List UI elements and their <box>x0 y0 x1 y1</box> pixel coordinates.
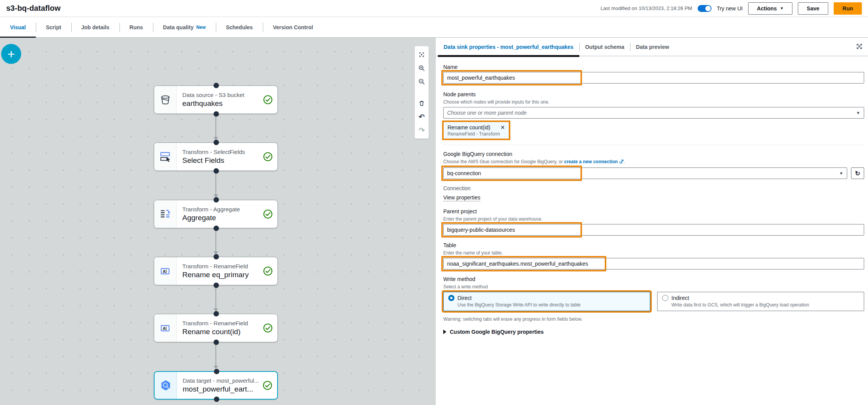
chevron-down-icon: ▼ <box>856 110 860 115</box>
bigquery-connection-select[interactable]: bq-connection ▼ <box>443 167 847 179</box>
node-data-source-s3[interactable]: Data source - S3 bucket earthquakes <box>154 85 278 114</box>
bigquery-icon <box>160 379 172 392</box>
try-new-ui-toggle[interactable] <box>698 5 712 12</box>
expand-panel-icon[interactable] <box>856 43 863 50</box>
zoom-out-icon[interactable] <box>416 76 427 87</box>
node-input-port <box>214 197 219 202</box>
edge-connector <box>215 171 216 197</box>
node-output-port <box>214 283 219 288</box>
node-parents-select[interactable]: Choose one or more parent node ▼ <box>443 107 864 119</box>
remove-parent-icon[interactable]: ✕ <box>500 124 505 131</box>
fit-view-icon[interactable] <box>416 49 427 60</box>
visual-graph-canvas[interactable]: + ↶ ↷ <box>0 38 435 405</box>
node-type-label: Data target - most_powerful... <box>183 377 262 384</box>
view-properties-link[interactable]: View properties <box>443 194 480 201</box>
tab-label: Script <box>46 24 61 30</box>
node-output-port <box>214 226 219 231</box>
rename-field-icon: A <box>160 322 171 334</box>
node-name-label: earthquakes <box>182 99 263 108</box>
name-input[interactable]: most_powerful_earthquakes <box>443 72 864 84</box>
tab-job-details[interactable]: Job details <box>71 17 119 37</box>
svg-text:A: A <box>163 326 166 331</box>
add-node-button[interactable]: + <box>1 44 21 64</box>
delete-node-icon[interactable] <box>416 98 427 109</box>
redo-icon[interactable]: ↷ <box>416 125 427 136</box>
tab-output-schema[interactable]: Output schema <box>579 38 630 56</box>
select-fields-icon <box>160 151 171 162</box>
node-rename-count-id[interactable]: A Transform - RenameField Rename count(i… <box>154 314 278 342</box>
success-check-icon <box>262 380 273 390</box>
success-check-icon <box>263 266 273 276</box>
tab-runs[interactable]: Runs <box>119 17 153 37</box>
parent-project-input[interactable]: bigquery-public-datasources <box>443 224 864 236</box>
new-badge: New <box>196 25 206 30</box>
node-icon-box <box>154 86 177 114</box>
option-description: Use the BigQuery Storage Write API to wr… <box>458 302 645 308</box>
node-output-port <box>214 111 219 117</box>
bigquery-connection-label: Google BigQuery connection <box>443 151 864 157</box>
aggregate-icon <box>160 208 171 220</box>
tab-schedules[interactable]: Schedules <box>216 17 263 37</box>
node-select-fields[interactable]: Transform - SelectFields Select Fields <box>154 142 278 171</box>
node-output-port <box>214 168 219 174</box>
run-button[interactable]: Run <box>834 2 862 15</box>
node-data-target-bigquery[interactable]: Data target - most_powerful... most_powe… <box>154 371 278 400</box>
rename-field-icon: A <box>160 265 171 277</box>
node-input-port <box>214 311 219 316</box>
tab-label: Version Control <box>273 24 313 30</box>
panel-tab-label: Data sink properties - most_powerful_ear… <box>444 44 574 50</box>
node-icon-box <box>154 143 177 171</box>
refresh-icon: ↻ <box>855 170 860 177</box>
connection-label: Connection <box>443 185 864 191</box>
create-connection-link[interactable]: create a new connection <box>564 159 618 164</box>
parent-project-description: Enter the parent project of your data wa… <box>443 216 864 222</box>
tab-script[interactable]: Script <box>36 17 71 37</box>
bigquery-connection-value: bq-connection <box>447 170 481 176</box>
write-method-option-indirect[interactable]: Indirect Write data first to GCS, which … <box>657 292 864 311</box>
custom-bigquery-properties-expander[interactable]: Custom Google BigQuery properties <box>443 329 864 335</box>
radio-unselected-icon[interactable] <box>662 295 668 301</box>
tab-label: Data quality <box>163 24 193 30</box>
parent-project-label: Parent project <box>443 208 864 214</box>
s3-bucket-icon <box>160 94 171 105</box>
node-rename-eq-primary[interactable]: A Transform - RenameField Rename eq_prim… <box>154 257 278 285</box>
node-parents-placeholder: Choose one or more parent node <box>447 110 527 116</box>
node-aggregate[interactable]: Transform - Aggregate Aggregate <box>154 200 278 228</box>
tab-version-control[interactable]: Version Control <box>263 17 323 37</box>
tab-data-sink-properties[interactable]: Data sink properties - most_powerful_ear… <box>438 38 579 56</box>
section-divider <box>443 145 864 145</box>
node-name-label: most_powerful_eart... <box>183 385 262 393</box>
table-input[interactable]: noaa_significant_earthquakes.most_powerf… <box>443 258 864 269</box>
node-input-port <box>214 254 219 259</box>
write-method-option-direct[interactable]: Direct Use the BigQuery Storage Write AP… <box>443 292 650 311</box>
parent-node-tag: Rename count(id) ✕ RenameField - Transfo… <box>444 122 509 139</box>
refresh-connections-button[interactable]: ↻ <box>851 167 864 179</box>
success-check-icon <box>263 209 273 219</box>
tab-data-quality[interactable]: Data quality New <box>153 17 216 37</box>
tab-data-preview[interactable]: Data preview <box>630 38 675 56</box>
write-method-description: Select a write method <box>443 284 864 290</box>
actions-button[interactable]: Actions ▼ <box>748 2 792 15</box>
try-new-ui-label: Try new UI <box>717 5 743 12</box>
success-check-icon <box>263 323 273 333</box>
run-label: Run <box>843 5 853 12</box>
properties-panel: Data sink properties - most_powerful_ear… <box>435 38 868 405</box>
undo-glyph: ↶ <box>419 112 425 121</box>
node-type-label: Transform - RenameField <box>182 320 263 326</box>
tab-label: Job details <box>81 24 109 30</box>
save-button[interactable]: Save <box>798 2 828 15</box>
last-modified-text: Last modified on 10/13/2023, 2:18:26 PM <box>601 5 692 11</box>
edge-connector <box>215 342 216 369</box>
undo-icon[interactable]: ↶ <box>416 111 427 122</box>
node-output-port <box>214 397 219 402</box>
tab-visual[interactable]: Visual <box>0 17 36 37</box>
job-title: s3-bq-dataflow <box>6 4 61 13</box>
external-link-icon <box>619 159 624 164</box>
tab-switch-warning: Warning: switching tabs will erase any p… <box>443 316 864 322</box>
node-type-label: Transform - RenameField <box>182 263 263 269</box>
node-parents-label: Node parents <box>443 91 864 97</box>
radio-selected-icon[interactable] <box>448 295 454 301</box>
zoom-in-icon[interactable] <box>416 63 427 74</box>
panel-tab-label: Output schema <box>585 44 624 50</box>
option-description: Write data first to GCS, which will trig… <box>671 302 859 308</box>
